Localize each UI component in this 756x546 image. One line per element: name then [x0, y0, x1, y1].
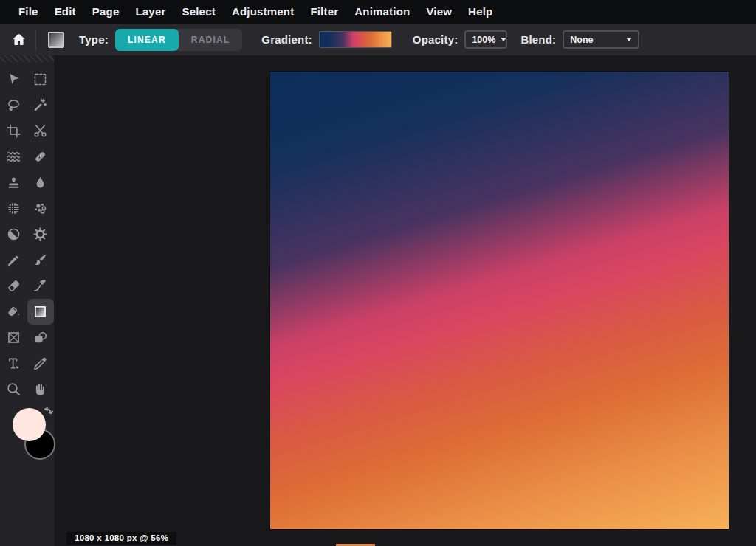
magnifier-icon	[6, 381, 21, 397]
dodge-burn-tool[interactable]	[1, 221, 27, 247]
tool-grid	[0, 62, 54, 402]
stamp-icon	[6, 175, 21, 190]
menu-help[interactable]: Help	[460, 0, 501, 24]
blend-dropdown[interactable]: None	[563, 30, 639, 49]
wand-tool[interactable]	[27, 92, 54, 118]
half-circle-icon	[6, 227, 21, 242]
waves-icon	[6, 149, 21, 165]
frame-icon	[6, 330, 21, 345]
cutout-tool[interactable]	[27, 118, 54, 144]
menu-bar: File Edit Page Layer Select Adjustment F…	[0, 0, 756, 24]
menu-file[interactable]: File	[10, 0, 47, 24]
water-drop-icon	[32, 175, 48, 190]
gradient-label: Gradient:	[261, 33, 312, 46]
gear-icon	[32, 227, 48, 242]
scissors-icon	[32, 123, 48, 139]
crop-tool[interactable]	[1, 118, 27, 144]
clone-tool[interactable]	[1, 170, 27, 196]
paint-bucket-icon	[6, 304, 21, 319]
marquee-tool[interactable]	[27, 66, 54, 92]
menu-view[interactable]: View	[418, 0, 460, 24]
bandage-icon	[32, 149, 48, 165]
gradient-tool[interactable]	[27, 299, 54, 325]
eyedropper-icon	[32, 356, 48, 371]
gradient-tool-indicator-icon	[48, 32, 64, 48]
hand-tool[interactable]	[27, 376, 54, 402]
cursor-arrow-icon	[6, 72, 21, 87]
fill-tool[interactable]	[1, 299, 27, 325]
menu-layer[interactable]: Layer	[127, 0, 173, 24]
opacity-label: Opacity:	[413, 33, 458, 46]
canvas-area: 1080 x 1080 px @ 56%	[54, 55, 756, 546]
pixelate-tool[interactable]	[1, 196, 27, 221]
lasso-icon	[6, 97, 21, 113]
text-tool[interactable]	[1, 350, 27, 376]
hand-icon	[32, 381, 48, 397]
marquee-icon	[32, 72, 48, 87]
type-label: Type:	[79, 33, 109, 46]
liquify-tool[interactable]	[1, 144, 27, 170]
opacity-value: 100%	[472, 35, 495, 45]
zoom-tool[interactable]	[1, 376, 27, 402]
arrange-tool[interactable]	[1, 66, 27, 92]
curve-brush-icon	[32, 278, 48, 294]
opacity-dropdown[interactable]: 100%	[464, 30, 507, 49]
linear-type-button[interactable]: LINEAR	[115, 29, 179, 51]
chevron-down-icon	[626, 38, 632, 41]
gradient-square-icon	[32, 304, 48, 319]
menu-edit[interactable]: Edit	[47, 0, 84, 24]
separator	[35, 29, 36, 51]
pen-tool[interactable]	[1, 247, 27, 273]
swap-colors-icon[interactable]	[42, 407, 54, 420]
chevron-down-icon	[501, 38, 506, 41]
picker-tool[interactable]	[27, 350, 54, 376]
crop-icon	[6, 123, 21, 139]
home-icon	[11, 32, 27, 47]
eraser-icon	[6, 278, 21, 294]
frame-tool[interactable]	[1, 325, 27, 350]
menu-filter[interactable]: Filter	[302, 0, 346, 24]
radial-type-button[interactable]: RADIAL	[179, 29, 243, 51]
tool-options-bar: Type: LINEAR RADIAL Gradient: Opacity: 1…	[0, 24, 756, 55]
menu-select[interactable]: Select	[173, 0, 223, 24]
tool-panel	[0, 55, 54, 546]
blend-label: Blend:	[520, 33, 556, 46]
foreground-color-swatch[interactable]	[13, 408, 46, 441]
home-button[interactable]	[9, 30, 28, 49]
document-canvas[interactable]	[270, 72, 729, 529]
workspace: 1080 x 1080 px @ 56%	[0, 55, 756, 546]
status-bar: 1080 x 1080 px @ 56%	[66, 532, 176, 545]
gear-tool[interactable]	[27, 221, 54, 247]
eraser-tool[interactable]	[1, 273, 27, 299]
heal-tool[interactable]	[27, 144, 54, 170]
pixelate-circle-icon	[6, 201, 21, 216]
gradient-type-switch: LINEAR RADIAL	[115, 29, 242, 51]
menu-adjustment[interactable]: Adjustment	[224, 0, 303, 24]
disperse-tool[interactable]	[27, 196, 54, 221]
brush-tool[interactable]	[27, 247, 54, 273]
shape-tool[interactable]	[27, 325, 54, 350]
blend-value: None	[570, 35, 593, 45]
text-icon	[6, 356, 21, 371]
panel-drag-handle[interactable]	[0, 55, 54, 62]
color-wells	[0, 407, 54, 480]
shapes-icon	[32, 330, 48, 345]
menu-page[interactable]: Page	[84, 0, 128, 24]
smudge-tool[interactable]	[27, 273, 54, 299]
magic-wand-icon	[32, 97, 48, 113]
lasso-tool[interactable]	[1, 92, 27, 118]
bubbles-icon	[32, 201, 48, 216]
gradient-preview-swatch[interactable]	[319, 31, 392, 48]
menu-animation[interactable]: Animation	[346, 0, 418, 24]
pen-icon	[6, 252, 21, 268]
blur-tool[interactable]	[27, 170, 54, 196]
paintbrush-icon	[32, 252, 48, 268]
